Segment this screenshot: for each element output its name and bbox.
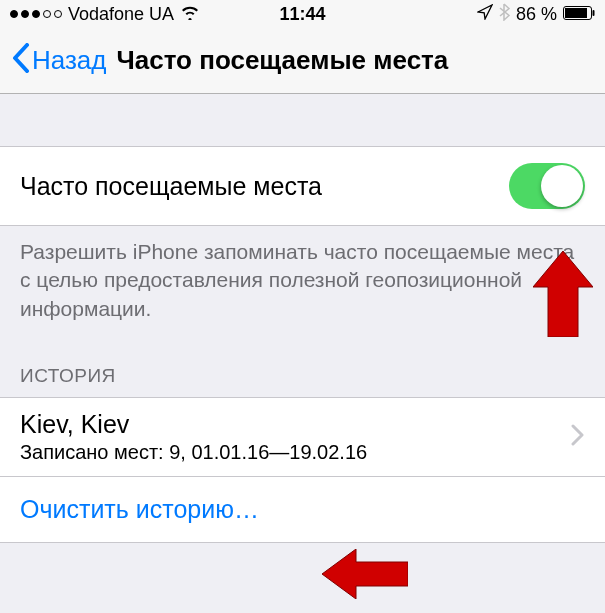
back-label: Назад (32, 45, 107, 76)
status-bar: Vodafone UA 11:44 86 % (0, 0, 605, 28)
clear-history-label: Очистить историю… (20, 495, 259, 523)
toggle-knob (541, 165, 583, 207)
history-item-title: Kiev, Kiev (20, 410, 571, 439)
footer-description: Разрешить iPhone запоминать часто посеща… (0, 226, 605, 347)
history-item-subtitle: Записано мест: 9, 01.01.16—19.02.16 (20, 441, 571, 464)
section-header-history: ИСТОРИЯ (0, 347, 605, 397)
status-time: 11:44 (279, 4, 325, 25)
svg-rect-1 (565, 8, 587, 18)
toggle-row-frequent-locations: Часто посещаемые места (0, 146, 605, 226)
battery-pct: 86 % (516, 4, 557, 25)
clear-history-button[interactable]: Очистить историю… (0, 477, 605, 543)
history-item[interactable]: Kiev, Kiev Записано мест: 9, 01.01.16—19… (0, 397, 605, 477)
signal-dots-icon (10, 10, 62, 18)
annotation-arrow-clear (322, 549, 408, 603)
nav-bar: Назад Часто посещаемые места (0, 28, 605, 94)
location-icon (477, 4, 493, 25)
chevron-left-icon (12, 43, 30, 79)
battery-icon (563, 4, 595, 25)
status-left: Vodafone UA (10, 4, 279, 25)
page-title: Часто посещаемые места (117, 45, 449, 76)
bluetooth-icon (499, 3, 510, 26)
toggle-label: Часто посещаемые места (20, 172, 509, 201)
status-right: 86 % (326, 3, 595, 26)
back-button[interactable]: Назад (12, 43, 107, 79)
chevron-right-icon (571, 421, 585, 453)
history-item-content: Kiev, Kiev Записано мест: 9, 01.01.16—19… (20, 410, 571, 464)
wifi-icon (180, 4, 200, 25)
frequent-locations-toggle[interactable] (509, 163, 585, 209)
spacer (0, 94, 605, 146)
svg-rect-2 (593, 10, 595, 16)
carrier-label: Vodafone UA (68, 4, 174, 25)
